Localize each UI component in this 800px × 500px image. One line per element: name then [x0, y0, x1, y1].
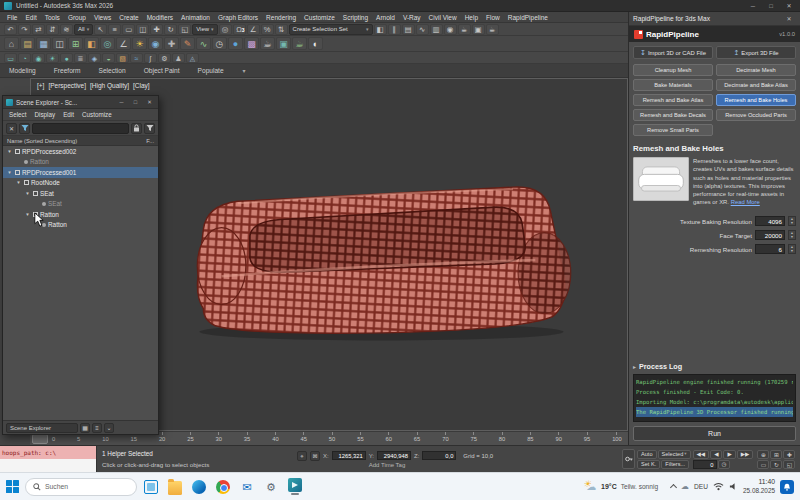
preset-bake-materials[interactable]: Bake Materials [633, 79, 713, 91]
rapidpipeline-panel-titlebar[interactable]: RapidPipeline for 3ds Max ✕ [629, 12, 800, 26]
minimize-button[interactable]: ─ [746, 1, 760, 11]
file-explorer-icon[interactable] [166, 476, 184, 498]
previous-frame-button[interactable]: ◀ [710, 450, 722, 459]
notification-badge[interactable] [780, 480, 794, 494]
log-line[interactable]: The RapidPipeline 3D Processor finished … [636, 407, 793, 417]
menu-modifiers[interactable]: Modifiers [143, 12, 177, 23]
collapse-dash-icon[interactable]: ▸ [633, 363, 636, 370]
scene-explorer-titlebar[interactable]: Scene Explorer - Sc... ─ □ ✕ [3, 96, 158, 109]
zoom-all-icon[interactable]: ⊞ [770, 450, 782, 459]
se-menu-customize[interactable]: Customize [78, 109, 116, 120]
tree-row-seat[interactable]: ▼SEat [3, 188, 158, 199]
zoom-icon[interactable]: ⊕ [757, 450, 769, 459]
go-to-start-button[interactable]: ◀◀ [693, 450, 710, 459]
select-and-scale-icon[interactable]: ◱ [178, 24, 191, 35]
physics-icon[interactable]: ◒ [102, 53, 115, 63]
menu-animation[interactable]: Animation [177, 12, 214, 23]
import-3d-button[interactable]: ↧ Import 3D or CAD File [633, 46, 713, 59]
ribbon-minimize-caret[interactable]: ▾ [243, 67, 246, 74]
param-value-field[interactable]: 4096 [755, 216, 785, 226]
rendered-frame-icon[interactable]: ▣ [472, 24, 485, 35]
camera-icon[interactable]: ◉ [148, 37, 163, 50]
tree-row-rpdprocessed002[interactable]: ▼RPDProcessed002 [3, 146, 158, 157]
selection-filter-dropdown[interactable]: All▾ [74, 24, 93, 35]
render-teapot-icon[interactable]: ☕ [260, 37, 275, 50]
ribbon-tab-freeform[interactable]: Freeform [45, 64, 90, 78]
named-selection-set-dropdown[interactable]: Create Selection Set▾ [289, 24, 373, 35]
population-icon[interactable]: ♟ [172, 53, 185, 63]
menu-v-ray[interactable]: V-Ray [399, 12, 425, 23]
name-column-header[interactable]: Name (Sorted Descending) [7, 138, 77, 144]
align-icon[interactable]: ∥ [388, 24, 401, 35]
tree-row-seat[interactable]: SEat [3, 199, 158, 210]
current-frame-field[interactable]: 0 [693, 460, 717, 469]
curve-editor-icon[interactable]: ∿ [416, 24, 429, 35]
y-coordinate-field[interactable]: 2940,948 [377, 451, 411, 460]
hidden-icons-chevron[interactable] [670, 484, 677, 491]
preset-decimate-mesh[interactable]: Decimate Mesh [716, 64, 796, 76]
run-button[interactable]: Run [633, 426, 796, 441]
keyboard-language[interactable]: DEU [694, 483, 708, 490]
scene-explorer-column-header[interactable]: Name (Sorted Descending) F... [3, 136, 158, 146]
viewport-quality-menu[interactable]: [High Quality] [90, 82, 129, 89]
rapidpipeline-close-icon[interactable]: ✕ [782, 14, 796, 24]
advanced-filter-icon[interactable] [144, 123, 155, 134]
bones-icon[interactable]: ∫ [144, 53, 157, 63]
lock-icon[interactable] [131, 123, 142, 134]
zoom-region-icon[interactable]: ▭ [757, 460, 769, 469]
select-and-move-icon[interactable]: ✚ [150, 24, 163, 35]
ribbon-tab-populate[interactable]: Populate [189, 64, 233, 78]
menu-graph-editors[interactable]: Graph Editors [214, 12, 262, 23]
measure-icon[interactable]: ∠ [116, 37, 131, 50]
rectangular-selection-region-icon[interactable]: ▭ [122, 24, 135, 35]
paint-icon[interactable]: ✎ [180, 37, 195, 50]
param-spinner[interactable]: ▴▾ [788, 244, 796, 254]
param-value-field[interactable]: 20000 [755, 230, 785, 240]
render-production-icon[interactable]: ☕ [486, 24, 499, 35]
vray-light-icon[interactable]: ☀ [46, 53, 59, 63]
vray-camera-icon[interactable]: ◉ [32, 53, 45, 63]
menu-scripting[interactable]: Scripting [339, 12, 372, 23]
viewport-shading-menu[interactable]: [Clay] [133, 82, 150, 89]
se-menu-select[interactable]: Select [5, 109, 31, 120]
maximize-viewport-icon[interactable]: ◱ [783, 460, 795, 469]
expand-arrow-icon[interactable]: ▼ [15, 180, 22, 185]
unlink-selection-icon[interactable]: ⇵ [46, 24, 59, 35]
menu-customize[interactable]: Customize [300, 12, 339, 23]
civil-view-icon[interactable]: ◬ [186, 53, 199, 63]
process-log-header[interactable]: ▸ Process Log [633, 362, 796, 371]
expand-arrow-icon[interactable]: ▼ [24, 191, 31, 196]
reference-coordinate-dropdown[interactable]: View▾ [192, 24, 217, 35]
auto-key-button[interactable]: Auto [637, 450, 657, 459]
uv-checker-icon[interactable]: ▩ [244, 37, 259, 50]
isolate-selection-toggle-icon[interactable]: ⌖ [297, 451, 307, 461]
chrome-icon[interactable] [214, 476, 232, 498]
settings-icon[interactable]: ⚙ [262, 476, 280, 498]
preset-remesh-and-bake-atlas[interactable]: Remesh and Bake Atlas [633, 94, 713, 106]
set-key-big-button[interactable] [622, 449, 635, 469]
time-configuration-button[interactable]: ◷ [718, 460, 731, 469]
3ds-max-icon[interactable] [286, 476, 304, 498]
z-coordinate-field[interactable]: 0,0 [422, 451, 456, 460]
vray-render-icon[interactable]: ◔ [18, 53, 31, 63]
menu-group[interactable]: Group [64, 12, 90, 23]
arnold-render-icon[interactable]: ◐ [308, 37, 323, 50]
menu-edit[interactable]: Edit [21, 12, 40, 23]
select-object-icon[interactable]: ↖ [94, 24, 107, 35]
tree-row-ratton[interactable]: ▼Ratton [3, 209, 158, 220]
taskbar-search[interactable]: Suchen [25, 478, 137, 496]
preset-remesh-and-bake-holes[interactable]: Remesh and Bake Holes [716, 94, 796, 106]
preset-remove-occluded-parts[interactable]: Remove Occluded Parts [716, 109, 796, 121]
dope-sheet-icon[interactable]: ▥ [430, 24, 443, 35]
listener-pink-line[interactable]: hoops_path: c:\ [0, 446, 96, 459]
viewport-pov-menu[interactable]: [Perspective] [48, 82, 86, 89]
menu-rapidpipeline[interactable]: RapidPipeline [504, 12, 552, 23]
snaps-toggle-icon[interactable]: Ω3 [233, 24, 246, 35]
frozen-column-header[interactable]: F... [146, 138, 154, 144]
curve-tool-icon[interactable]: ∿ [196, 37, 211, 50]
se-close-button[interactable]: ✕ [144, 98, 155, 107]
mirror-tool-icon[interactable]: ◫ [52, 37, 67, 50]
percent-snap-icon[interactable]: % [261, 24, 274, 35]
edge-icon[interactable] [190, 476, 208, 498]
mail-icon[interactable]: ✉ [238, 476, 256, 498]
